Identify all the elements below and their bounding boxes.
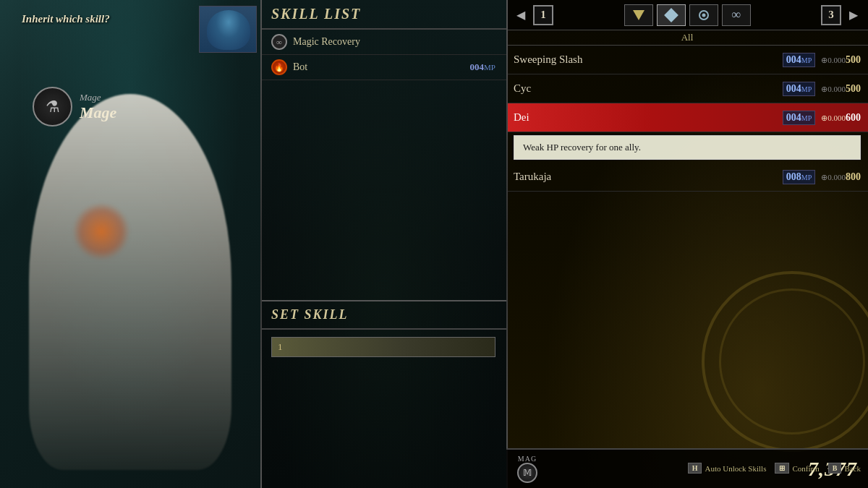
mp-badge-sweeping: 004MP	[783, 53, 815, 67]
skill-row-dei[interactable]: Dei 004MP ⊕0.000600	[506, 103, 868, 132]
circle-dot-icon	[699, 10, 709, 20]
skill-row-cyc[interactable]: Cyc 004MP ⊕0.000500	[506, 74, 868, 103]
skill-stats-tarukaja: 008MP ⊕0.000800	[783, 170, 861, 184]
set-skill-panel: Set Skill 1	[260, 300, 506, 488]
skill-name-dei: Dei	[514, 111, 783, 124]
skill-icon-infinity: ∞	[271, 34, 287, 50]
skill-icon-fire: 🔥	[271, 59, 287, 75]
character-portrait	[199, 6, 257, 53]
skill-stats-dei: 004MP ⊕0.000600	[783, 111, 861, 125]
mage-text: Mage Mage	[80, 92, 116, 122]
skill-mp-bot: 004MP	[470, 61, 495, 73]
skill-name-cyc: Cyc	[514, 82, 783, 95]
inherit-prompt-area: Inherit which skill?	[11, 6, 257, 56]
mp-badge-cyc: 004MP	[783, 82, 815, 96]
confirm-label: Confirm	[792, 464, 819, 473]
tab-prev-arrow[interactable]: ◀	[512, 7, 529, 24]
skill-stats-cyc: 004MP ⊕0.000500	[783, 82, 861, 96]
cost-cyc: ⊕0.000500	[821, 83, 861, 95]
mage-class-label: Mage	[80, 92, 116, 103]
cost-sweeping: ⊕0.000500	[821, 54, 861, 66]
inherit-label: Inherit which skill?	[22, 13, 110, 25]
mp-badge-dei: 004MP	[783, 111, 815, 125]
tab-all-label[interactable]: All	[506, 30, 868, 46]
skill-item-bot[interactable]: 🔥 Bot 004MP	[260, 55, 506, 80]
skill-name-bot: Bot	[293, 61, 464, 73]
right-panel: ◀ 1 ∞ 3 ▶ All Sweeping Slash 004MP	[506, 0, 868, 448]
tab-icon-triangle[interactable]	[624, 4, 653, 26]
diamond-icon	[664, 8, 678, 22]
tab-bar: ◀ 1 ∞ 3 ▶	[506, 0, 868, 30]
tab-icon-diamond[interactable]	[657, 4, 686, 26]
skill-description: Weak HP recovery for one ally.	[514, 135, 861, 160]
cost-tarukaja: ⊕0.000800	[821, 171, 861, 183]
tab-icon-circle[interactable]	[689, 4, 718, 26]
set-skill-slot[interactable]: 1	[271, 337, 495, 357]
triangle-down-icon	[633, 10, 644, 20]
skill-list-title: Skill List	[260, 0, 506, 30]
skill-name-sweeping-slash: Sweeping Slash	[514, 53, 783, 66]
mage-icon: ⚗	[33, 87, 72, 127]
auto-unlock-key: H	[688, 463, 702, 474]
back-key: B	[828, 463, 842, 474]
infinity-icon: ∞	[731, 7, 741, 22]
tab-right-num: 3	[821, 5, 841, 25]
tab-left-num: 1	[533, 5, 553, 25]
skill-row-tarukaja[interactable]: Tarukaja 008MP ⊕0.000800	[506, 163, 868, 192]
left-divider	[260, 0, 262, 488]
hint-confirm: ⊞ Confirm	[775, 463, 819, 474]
center-divider	[506, 0, 508, 488]
mp-badge-tarukaja: 008MP	[783, 170, 815, 184]
hint-back: B Back	[828, 463, 861, 474]
tab-next-arrow[interactable]: ▶	[845, 7, 862, 24]
skill-item-magic-recovery[interactable]: ∞ Magic Recovery	[260, 30, 506, 55]
mage-info: ⚗ Mage Mage	[33, 87, 116, 127]
tab-icon-infinity[interactable]: ∞	[722, 4, 751, 26]
skill-name-tarukaja: Tarukaja	[514, 171, 783, 183]
skill-rows-container: Sweeping Slash 004MP ⊕0.000500 Cyc 004MP…	[506, 46, 868, 192]
hint-auto-unlock: H Auto Unlock Skills	[688, 463, 767, 474]
auto-unlock-label: Auto Unlock Skills	[705, 464, 766, 473]
cost-dei: ⊕0.000600	[821, 112, 861, 124]
tab-icons: ∞	[557, 4, 817, 26]
mage-name-label: Mage	[80, 103, 116, 122]
skill-stats-sweeping-slash: 004MP ⊕0.000500	[783, 53, 861, 67]
back-label: Back	[844, 464, 861, 473]
set-skill-title: Set Skill	[260, 301, 506, 330]
skill-row-sweeping-slash[interactable]: Sweeping Slash 004MP ⊕0.000500	[506, 46, 868, 74]
confirm-key: ⊞	[775, 463, 789, 474]
skill-name-magic-recovery: Magic Recovery	[293, 36, 495, 48]
skill-list-panel: Skill List ∞ Magic Recovery 🔥 Bot 004MP	[260, 0, 506, 304]
control-hints: H Auto Unlock Skills ⊞ Confirm B Back	[506, 448, 868, 488]
